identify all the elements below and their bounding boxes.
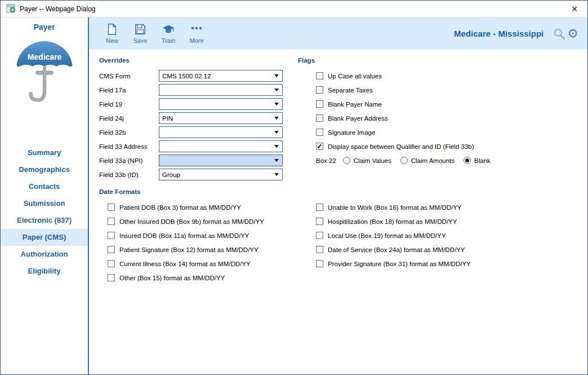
date-row-other-box15: Other (Box 15) format as MM/DD/YY <box>108 271 316 285</box>
sidebar-item-label: Demographics <box>19 165 69 174</box>
separate-taxes-checkbox[interactable] <box>316 86 323 94</box>
select-value: Group <box>162 171 180 178</box>
overrides-heading: Overrides <box>99 57 298 64</box>
current-illness-checkbox[interactable] <box>108 260 115 267</box>
field-row-24j: Field 24j PIN <box>99 111 298 125</box>
hospitilization-checkbox[interactable] <box>316 218 323 225</box>
box22-radio-group: Box 22 Claim Values Claim Amounts <box>316 153 577 167</box>
date-formats-right-column: Unable to Work (Box 16) format as MM/DD/… <box>316 200 577 285</box>
field-row-32b: Field 32b <box>99 125 298 139</box>
date-row-unable-to-work: Unable to Work (Box 16) format as MM/DD/… <box>316 200 577 214</box>
cms-form-select[interactable]: CMS 1500 02.12 <box>159 70 283 82</box>
context-title: Medicare - Mississippi <box>454 29 544 38</box>
field-label: Field 17a <box>99 87 159 94</box>
blank-payer-name-checkbox[interactable] <box>316 100 323 108</box>
blank-radio[interactable] <box>464 157 471 164</box>
flag-row-upcase: Up Case all values <box>316 69 577 83</box>
sidebar-item-electronic-837[interactable]: Electronic (837) <box>1 212 88 229</box>
date-row-date-of-service: Date of Service (Box 24a) format as MM/D… <box>316 242 577 257</box>
sidebar-item-authorization[interactable]: Authorization <box>1 246 88 263</box>
field-33-address-select[interactable] <box>159 140 283 152</box>
field-label: Field 33a (NPI) <box>99 157 159 164</box>
dialog-title: Payer -- Webpage Dialog <box>20 5 96 13</box>
claim-amounts-radio[interactable] <box>400 157 408 164</box>
field-row-cms-form: CMS Form CMS 1500 02.12 <box>99 69 298 83</box>
new-document-icon <box>106 23 118 36</box>
more-button[interactable]: More <box>182 20 211 47</box>
checkbox-label: Date of Service (Box 24a) format as MM/D… <box>328 246 465 253</box>
checkbox-label: Blank Payer Name <box>328 101 382 108</box>
field-33a-npi-select[interactable] <box>159 155 283 166</box>
sidebar-item-submission[interactable]: Submission <box>1 195 88 212</box>
checkbox-label: Local Use (Box 19) format as MM/DD/YY <box>328 232 446 239</box>
select-value: PIN <box>162 115 173 122</box>
save-button[interactable]: Save <box>126 20 154 47</box>
provider-signature-checkbox[interactable] <box>316 260 323 267</box>
patient-signature-checkbox[interactable] <box>108 246 115 253</box>
field-row-17a: Field 17a <box>99 83 298 97</box>
flag-row-signature-image: Signature Image <box>316 125 577 139</box>
sidebar-item-label: Eligibility <box>28 267 61 275</box>
gear-icon: ⚙ <box>567 28 578 40</box>
sidebar-item-eligibility[interactable]: Eligibility <box>1 263 88 280</box>
checkbox-label: Blank Payer Address <box>328 115 388 122</box>
date-row-hospitilization: Hospitilization (Box 18) format as MM/DD… <box>316 214 577 228</box>
display-space-checkbox[interactable] <box>316 143 323 150</box>
flags-section: Flags Up Case all values Separate Taxes <box>298 57 577 182</box>
checkbox-label: Up Case all values <box>328 73 382 80</box>
date-row-current-illness: Current Illness (Box 14) format as MM/DD… <box>108 257 316 271</box>
checkbox-label: Insured DOB (Box 11a) format as MM/DD/YY <box>119 232 250 239</box>
field-17a-select[interactable] <box>159 84 283 96</box>
field-33b-id-select[interactable]: Group <box>159 169 283 180</box>
date-row-local-use: Local Use (Box 19) format as MM/DD/YY <box>316 228 577 242</box>
checkbox-label: Patient DOB (Box 3) format as MM/DD/YY <box>119 204 241 211</box>
new-button-label: New <box>106 37 118 44</box>
train-button[interactable]: Train <box>154 20 182 47</box>
sidebar-item-demographics[interactable]: Demographics <box>1 161 88 178</box>
sidebar-item-label: Contacts <box>29 182 60 191</box>
checkbox-label: Other (Box 15) format as MM/DD/YY <box>119 275 225 281</box>
sidebar-item-label: Paper (CMS) <box>23 233 66 241</box>
select-value: CMS 1500 02.12 <box>162 73 211 80</box>
close-icon[interactable]: ✕ <box>567 2 582 16</box>
field-19-select[interactable] <box>159 98 283 110</box>
field-24j-select[interactable]: PIN <box>159 112 283 124</box>
claim-values-radio[interactable] <box>343 157 350 164</box>
sidebar-title: Payer <box>33 23 55 32</box>
local-use-checkbox[interactable] <box>316 232 323 239</box>
date-formats-heading: Date Formats <box>99 188 577 195</box>
search-icon <box>553 27 566 41</box>
checkbox-label: Patient Signature (Box 12) format as MM/… <box>119 246 259 253</box>
other-box15-checkbox[interactable] <box>108 274 115 281</box>
radio-label: Blank <box>474 157 491 164</box>
unable-to-work-checkbox[interactable] <box>316 204 323 211</box>
sidebar-item-label: Electronic (837) <box>17 216 72 224</box>
blank-payer-address-checkbox[interactable] <box>316 114 323 122</box>
date-formats-left-column: Patient DOB (Box 3) format as MM/DD/YY O… <box>108 200 316 285</box>
other-insured-dob-checkbox[interactable] <box>108 218 115 225</box>
more-ellipsis-icon <box>189 23 204 36</box>
save-button-label: Save <box>133 37 147 44</box>
box22-option-claim-values: Claim Values <box>343 157 391 164</box>
box22-option-blank: Blank <box>464 157 491 164</box>
date-of-service-checkbox[interactable] <box>316 246 323 253</box>
new-button[interactable]: New <box>98 20 126 47</box>
svg-text:Medicare: Medicare <box>27 52 61 61</box>
sidebar-item-paper-cms[interactable]: Paper (CMS) <box>1 229 88 246</box>
graduation-cap-icon <box>162 23 175 36</box>
patient-dob-checkbox[interactable] <box>108 204 115 211</box>
field-row-19: Field 19 <box>99 97 298 111</box>
signature-image-checkbox[interactable] <box>316 129 323 136</box>
sidebar-item-summary[interactable]: Summary <box>1 144 88 161</box>
settings-button[interactable]: ⚙ <box>567 28 578 40</box>
sidebar-item-label: Submission <box>24 199 65 208</box>
upcase-checkbox[interactable] <box>316 72 323 80</box>
sidebar-item-contacts[interactable]: Contacts <box>1 178 88 195</box>
insured-dob-checkbox[interactable] <box>108 232 115 239</box>
medicare-umbrella-logo: Medicare <box>13 37 76 108</box>
box22-option-claim-amounts: Claim Amounts <box>400 157 455 164</box>
checkbox-label: Signature Image <box>328 129 375 136</box>
field-32b-select[interactable] <box>159 126 283 138</box>
search-button[interactable] <box>553 27 566 41</box>
radio-label: Claim Amounts <box>411 157 455 164</box>
